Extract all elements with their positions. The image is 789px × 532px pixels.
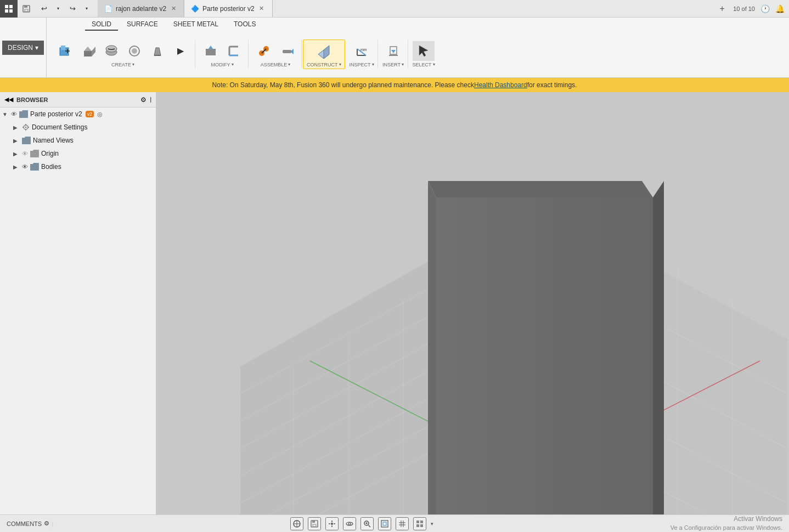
browser-tree: ▼ 👁 Parte posterior v2 v2 ◎ ▶ [0,107,156,173]
tree-named-views[interactable]: ▶ Named Views [0,134,156,147]
tab-parte-label: Parte posterior v2 [202,5,255,13]
svg-rect-3 [9,9,13,13]
svg-rect-6 [25,9,28,12]
bodies-eye-icon[interactable]: 👁 [22,163,28,170]
notification-bar: Note: On Saturday, May 8th, Fusion 360 w… [0,78,789,92]
tree-origin[interactable]: ▶ 👁 Origin [0,147,156,160]
svg-rect-40 [25,129,26,131]
title-tabs: 📄 rajon adelante v2 ✕ 🔷 Parte posterior … [98,0,715,17]
browser-title: BROWSER [16,97,137,103]
svg-marker-28 [324,46,329,59]
origin-label: Origin [41,150,59,157]
svg-point-92 [348,523,351,525]
tab-parte-close[interactable]: ✕ [258,5,266,13]
bodies-arrow[interactable]: ▶ [13,164,20,170]
root-eye-icon[interactable]: 👁 [11,111,17,117]
doc-settings-arrow[interactable]: ▶ [13,124,20,131]
titlebar: ↩ ▾ ↪ ▾ 📄 rajon adelante v2 ✕ 🔷 Parte po… [0,0,789,18]
svg-rect-11 [84,51,92,56]
browser-collapse-btn[interactable]: ◀◀ [4,96,13,103]
tab-parte[interactable]: 🔷 Parte posterior v2 ✕ [184,0,273,17]
bell-icon[interactable]: 🔔 [775,4,785,13]
windows-notice2: Ve a Configuración para activar Windows. [670,524,782,532]
tree-bodies[interactable]: ▶ 👁 Bodies [0,160,156,173]
select-btn[interactable] [413,41,435,61]
tab-surface[interactable]: SURFACE [120,19,165,31]
nav-display-arrow[interactable]: ▾ [431,521,433,527]
assemble-group: ASSEMBLE ▾ [250,40,302,69]
undo-dropdown[interactable]: ▾ [52,2,65,15]
tab-solid[interactable]: SOLID [85,19,118,31]
comments-label: COMMENTS [7,520,42,527]
tab-sheet-metal[interactable]: SHEET METAL [167,19,225,31]
origin-eye-icon[interactable]: 👁 [22,150,28,157]
notification-text: Note: On Saturday, May 8th, Fusion 360 w… [212,81,474,89]
root-target-icon[interactable]: ◎ [97,111,103,118]
save-icon[interactable] [20,2,33,15]
notification-text-after: for exact timings. [527,81,577,89]
create-more-btn[interactable]: ▶ [170,41,191,61]
nav-fit-btn[interactable] [378,517,391,530]
notification-link[interactable]: Health Dashboard [474,81,527,89]
design-button[interactable]: DESIGN ▾ [2,41,44,55]
svg-rect-0 [5,5,8,8]
nav-grid-btn[interactable] [396,517,409,530]
bodies-folder-icon [30,163,39,171]
nav-zoom-btn[interactable] [360,517,374,530]
undo-btn[interactable]: ↩ [37,2,50,15]
tab-cajon-label: rajon adelante v2 [116,5,166,13]
redo-btn[interactable]: ↪ [66,2,79,15]
modify-label: MODIFY ▾ [200,62,245,67]
tab-cajon[interactable]: 📄 rajon adelante v2 ✕ [98,0,184,17]
app-menu-icon[interactable] [0,0,18,18]
new-component-btn[interactable] [54,41,76,61]
construct-plane-btn[interactable] [313,41,335,61]
bodies-label: Bodies [41,163,61,171]
redo-dropdown[interactable]: ▾ [80,2,93,15]
nav-save-btn[interactable] [308,517,321,530]
svg-rect-20 [206,49,216,55]
svg-rect-2 [5,9,8,13]
measure-btn[interactable]: mm [351,41,373,61]
origin-arrow[interactable]: ▶ [13,151,20,157]
tab-cajon-close[interactable]: ✕ [170,5,177,13]
doc-settings-gear-icon [22,123,30,131]
svg-marker-34 [391,50,396,53]
nav-orbit-btn[interactable] [343,517,356,530]
windows-notice: Activar Windows [670,514,782,524]
nav-pan-btn[interactable] [325,517,339,530]
tab-parte-icon: 🔷 [191,5,199,13]
new-tab-btn[interactable]: + [715,2,729,15]
svg-rect-41 [22,127,24,128]
extrude-btn[interactable] [77,41,99,61]
svg-rect-1 [9,5,13,8]
svg-rect-98 [383,522,386,525]
create-group: ▶ CREATE ▾ [51,40,195,69]
nav-display-btn[interactable] [413,517,426,530]
root-label: Parte posterior v2 [30,110,82,118]
root-expand-arrow[interactable]: ▼ [2,111,9,117]
browser-pin-btn[interactable]: | [150,97,151,103]
tree-root[interactable]: ▼ 👁 Parte posterior v2 v2 ◎ [0,107,156,121]
comments-settings-btn[interactable]: ⚙ [44,520,49,527]
joint-btn[interactable] [253,41,275,61]
svg-marker-12 [84,47,92,51]
insert-btn[interactable] [382,41,404,61]
motion-btn[interactable] [276,41,298,61]
title-right: + 10 of 10 🕐 🔔 [715,2,789,15]
main-area: ◀◀ BROWSER ⚙ | ▼ 👁 Parte posterior v2 v2… [0,92,789,514]
tab-tools[interactable]: TOOLS [227,19,262,31]
browser-settings-btn[interactable]: ⚙ [140,96,146,104]
sweep-btn[interactable] [123,41,145,61]
revolve-btn[interactable] [100,41,122,61]
svg-point-38 [25,127,27,128]
nav-home-btn[interactable] [290,517,303,530]
svg-rect-8 [61,46,65,50]
fillet-btn[interactable] [223,41,245,61]
viewport[interactable]: Z X Y Fr [156,92,789,514]
doc-settings-label: Document Settings [32,123,87,131]
press-pull-btn[interactable] [200,41,222,61]
named-views-arrow[interactable]: ▶ [13,138,20,144]
tree-document-settings[interactable]: ▶ Document Settings [0,121,156,134]
loft-btn[interactable] [146,41,168,61]
